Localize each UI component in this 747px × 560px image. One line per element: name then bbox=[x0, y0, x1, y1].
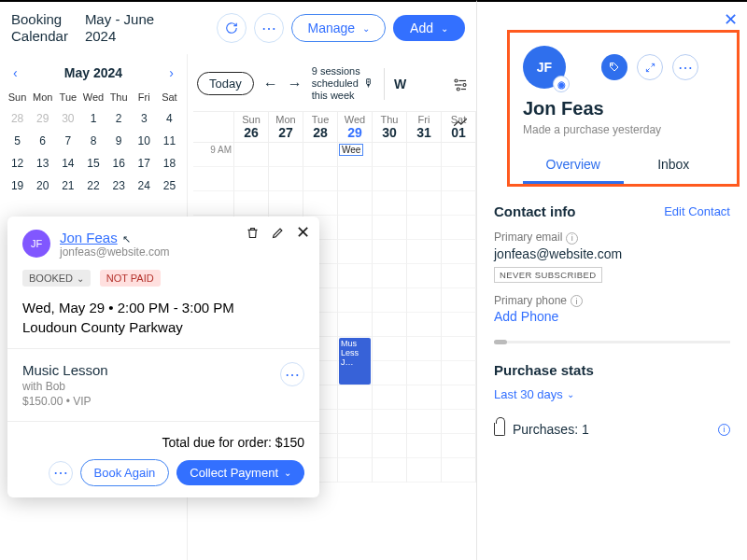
mini-day[interactable]: 30 bbox=[56, 112, 79, 125]
tab-inbox[interactable]: Inbox bbox=[624, 157, 725, 184]
purchase-stats-section: Purchase stats Last 30 days⌄ Purchases: … bbox=[477, 349, 747, 437]
customer-name-link[interactable]: Jon Feas bbox=[60, 230, 118, 245]
mini-day[interactable]: 1 bbox=[81, 112, 105, 125]
order-total: Total due for order: $150 bbox=[22, 435, 304, 450]
camera-icon[interactable]: ◉ bbox=[553, 76, 570, 92]
section-scrollbar[interactable] bbox=[494, 341, 730, 343]
mini-day[interactable]: 17 bbox=[133, 157, 156, 170]
mini-day[interactable]: 15 bbox=[81, 157, 105, 170]
next-month-button[interactable]: › bbox=[169, 65, 174, 80]
info-icon[interactable]: i bbox=[571, 295, 583, 307]
purchases-count: Purchases: 1 bbox=[513, 422, 589, 437]
edit-icon[interactable] bbox=[271, 226, 285, 240]
close-panel-button[interactable]: ✕ bbox=[724, 9, 738, 30]
sessions-summary: 9 sessions scheduled 🎙 this week bbox=[312, 65, 374, 102]
info-icon[interactable]: i bbox=[718, 424, 730, 436]
week-day-header[interactable]: Mon27 bbox=[269, 112, 303, 143]
booking-datetime: Wed, May 29 • 2:00 PM - 3:00 PM bbox=[22, 300, 304, 315]
mini-day[interactable]: 5 bbox=[6, 134, 29, 147]
info-icon[interactable]: i bbox=[566, 232, 578, 245]
book-again-button[interactable]: Book Again bbox=[80, 459, 170, 486]
week-day-header[interactable]: Fri31 bbox=[407, 112, 442, 143]
add-button[interactable]: Add ⌄ bbox=[393, 15, 465, 41]
mini-day[interactable]: 29 bbox=[31, 112, 54, 125]
tag-button[interactable] bbox=[601, 54, 627, 80]
contact-subtitle: Made a purchase yesterday bbox=[523, 123, 724, 136]
mini-day[interactable]: 14 bbox=[56, 157, 79, 170]
prev-week-button[interactable]: ← bbox=[263, 76, 278, 92]
mini-day[interactable]: 8 bbox=[81, 134, 105, 147]
mini-day[interactable]: 21 bbox=[56, 179, 79, 192]
more-button[interactable] bbox=[254, 13, 284, 43]
date-range-l1: May - June bbox=[85, 11, 154, 28]
filter-icon[interactable] bbox=[452, 77, 469, 93]
chart-icon[interactable] bbox=[452, 114, 469, 131]
expand-button[interactable] bbox=[637, 54, 663, 80]
week-day-header[interactable]: Tue28 bbox=[303, 112, 338, 143]
right-rail-icons bbox=[452, 77, 469, 131]
next-week-button[interactable]: → bbox=[288, 76, 303, 92]
mini-day[interactable]: 28 bbox=[6, 112, 29, 125]
week-day-header[interactable]: Wed29 bbox=[338, 112, 373, 143]
mini-day[interactable]: 9 bbox=[107, 134, 131, 147]
tab-overview[interactable]: Overview bbox=[523, 157, 624, 184]
status-booked-chip[interactable]: BOOKED⌄ bbox=[22, 270, 91, 287]
service-more-button[interactable] bbox=[280, 362, 304, 386]
hour-9am: 9 AM bbox=[193, 143, 234, 167]
mini-day[interactable]: 6 bbox=[31, 134, 54, 147]
mini-day[interactable]: 4 bbox=[158, 112, 181, 125]
mini-day[interactable]: 3 bbox=[133, 112, 156, 125]
edit-contact-link[interactable]: Edit Contact bbox=[664, 204, 730, 218]
popover-more-button[interactable] bbox=[49, 461, 73, 485]
cursor-icon: ↖ bbox=[122, 233, 131, 245]
mini-day[interactable]: 16 bbox=[107, 157, 131, 170]
mini-day[interactable]: 11 bbox=[158, 134, 181, 147]
primary-email-label: Primary emaili bbox=[494, 231, 730, 245]
mini-day[interactable]: 7 bbox=[56, 134, 79, 147]
mini-day[interactable]: 13 bbox=[31, 157, 54, 170]
purchase-range-dropdown[interactable]: Last 30 days⌄ bbox=[494, 387, 730, 401]
mini-dow: Sun bbox=[6, 91, 29, 103]
svg-point-6 bbox=[612, 64, 613, 66]
contact-more-button[interactable] bbox=[672, 54, 698, 80]
mini-day[interactable]: 2 bbox=[107, 112, 131, 125]
prev-month-button[interactable]: ‹ bbox=[13, 65, 18, 80]
mini-day[interactable]: 25 bbox=[158, 179, 181, 192]
date-range: May - June 2024 bbox=[85, 11, 154, 45]
mini-dow: Thu bbox=[107, 91, 131, 103]
customer-email: jonfeas@website.com bbox=[60, 245, 170, 259]
svg-point-4 bbox=[457, 88, 459, 91]
contact-header-highlight: JF ◉ Jon Feas Made a purchase yesterday … bbox=[507, 30, 740, 187]
booking-popover: ✕ JF Jon Feas ↖ jonfeas@website.com BOOK… bbox=[7, 217, 319, 497]
add-phone-link[interactable]: Add Phone bbox=[494, 309, 730, 324]
mini-day[interactable]: 19 bbox=[6, 179, 29, 192]
primary-phone-label: Primary phonei bbox=[494, 294, 730, 308]
refresh-icon bbox=[225, 21, 238, 35]
mini-day[interactable]: 18 bbox=[158, 157, 181, 170]
chevron-down-icon: ⌄ bbox=[567, 389, 574, 399]
current-time-chip: Wee bbox=[339, 144, 363, 156]
mini-day[interactable]: 20 bbox=[31, 179, 54, 192]
manage-button[interactable]: Manage ⌄ bbox=[291, 14, 386, 42]
app-title-l2: Calendar bbox=[11, 28, 68, 45]
week-day-header[interactable]: Thu30 bbox=[373, 112, 407, 143]
refresh-button[interactable] bbox=[217, 13, 247, 43]
service-name: Music Lesson bbox=[22, 362, 108, 378]
week-day-header[interactable]: Sun26 bbox=[234, 112, 269, 143]
top-bar: Booking Calendar May - June 2024 Manage … bbox=[0, 2, 476, 54]
mini-day[interactable]: 23 bbox=[107, 179, 131, 192]
view-mode-toggle[interactable]: W bbox=[394, 77, 406, 91]
mini-day[interactable]: 24 bbox=[133, 179, 156, 192]
mini-dow: Fri bbox=[133, 91, 156, 103]
never-subscribed-badge: NEVER SUBSCRIBED bbox=[494, 267, 602, 283]
service-price: $150.00 • VIP bbox=[22, 395, 108, 408]
today-button[interactable]: Today bbox=[197, 72, 254, 95]
mini-dow: Tue bbox=[56, 91, 79, 103]
mini-day[interactable]: 12 bbox=[6, 157, 29, 170]
delete-icon[interactable] bbox=[246, 226, 260, 240]
mini-day[interactable]: 10 bbox=[133, 134, 156, 147]
service-staff: with Bob bbox=[22, 380, 108, 393]
mini-day[interactable]: 22 bbox=[81, 179, 105, 192]
close-icon[interactable]: ✕ bbox=[296, 226, 310, 240]
collect-payment-button[interactable]: Collect Payment ⌄ bbox=[176, 460, 304, 485]
